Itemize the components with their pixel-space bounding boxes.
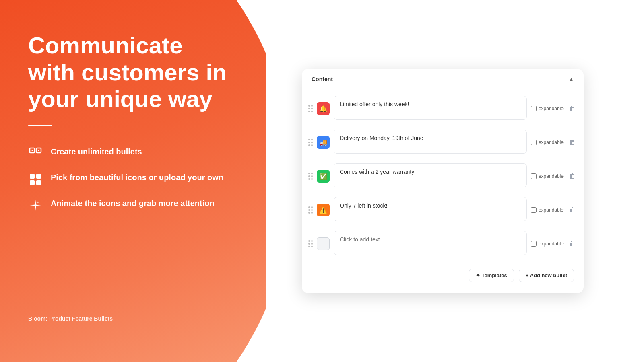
table-row: ✅ expandable 🗑 bbox=[308, 159, 577, 193]
delete-button-1[interactable]: 🗑 bbox=[568, 103, 577, 114]
feature-label-bullets: Create unlimited bullets bbox=[51, 146, 142, 157]
feature-item-icons: Pick from beautiful icons or upload your… bbox=[28, 172, 229, 187]
footer-label: Bloom: Product Feature Bullets bbox=[28, 315, 229, 330]
svg-point-1 bbox=[32, 150, 33, 151]
delete-button-2[interactable]: 🗑 bbox=[568, 137, 577, 148]
table-row: 🔔 expandable 🗑 bbox=[308, 92, 577, 125]
table-row: expandable 🗑 bbox=[308, 227, 577, 261]
expandable-check-3[interactable] bbox=[531, 173, 537, 179]
drag-handle[interactable] bbox=[308, 240, 313, 247]
bullet-controls-4: expandable 🗑 bbox=[531, 205, 577, 215]
card-footer: ✦ Templates + Add new bullet bbox=[302, 264, 584, 285]
row-icon-empty[interactable] bbox=[317, 237, 330, 250]
check-icon: ✅ bbox=[319, 173, 327, 180]
bullet-text-area-1 bbox=[334, 96, 527, 121]
card-title: Content bbox=[312, 76, 333, 82]
expandable-label-3: expandable bbox=[539, 173, 564, 179]
card-collapse-button[interactable]: ▲ bbox=[568, 76, 574, 82]
feature-item-animate: Animate the icons and grab more attentio… bbox=[28, 198, 229, 212]
expandable-checkbox-4[interactable]: expandable bbox=[531, 207, 564, 213]
table-row: ⚠️ expandable 🗑 bbox=[308, 193, 577, 227]
bell-icon: 🔔 bbox=[319, 105, 327, 113]
truck-icon: 🚚 bbox=[319, 139, 327, 146]
bullet-rows: 🔔 expandable 🗑 bbox=[302, 88, 584, 264]
bullet-text-area-5 bbox=[334, 231, 527, 257]
expandable-check-1[interactable] bbox=[531, 106, 537, 111]
templates-button[interactable]: ✦ Templates bbox=[469, 269, 514, 282]
expandable-checkbox-1[interactable]: expandable bbox=[531, 106, 564, 111]
row-icon-green[interactable]: ✅ bbox=[317, 170, 330, 183]
drag-handle[interactable] bbox=[308, 173, 313, 180]
bullet-text-area-4 bbox=[334, 197, 527, 223]
add-bullet-button[interactable]: + Add new bullet bbox=[519, 269, 574, 282]
expandable-checkbox-5[interactable]: expandable bbox=[531, 241, 564, 247]
expandable-label-5: expandable bbox=[539, 241, 564, 247]
delete-button-4[interactable]: 🗑 bbox=[568, 205, 577, 215]
bullet-controls-5: expandable 🗑 bbox=[531, 239, 577, 249]
feature-list: Create unlimited bullets Pick from beaut… bbox=[28, 146, 229, 212]
grid-icon bbox=[28, 172, 43, 187]
card-header: Content ▲ bbox=[302, 69, 584, 88]
bullet-input-4[interactable] bbox=[334, 197, 527, 221]
expandable-checkbox-3[interactable]: expandable bbox=[531, 173, 564, 179]
expandable-label-2: expandable bbox=[539, 140, 564, 145]
svg-rect-4 bbox=[30, 174, 35, 179]
expandable-label-4: expandable bbox=[539, 207, 564, 213]
table-row: 🚚 expandable 🗑 bbox=[308, 125, 577, 159]
bullet-input-1[interactable] bbox=[334, 96, 527, 120]
feature-label-animate: Animate the icons and grab more attentio… bbox=[51, 198, 215, 208]
row-icon-red[interactable]: 🔔 bbox=[317, 102, 330, 115]
divider bbox=[28, 125, 52, 126]
right-panel: Content ▲ 🔔 bbox=[258, 0, 644, 362]
bullet-input-3[interactable] bbox=[334, 163, 527, 187]
left-panel: Communicate with customers in your uniqu… bbox=[0, 0, 258, 362]
bullets-icon bbox=[28, 146, 43, 161]
expandable-check-5[interactable] bbox=[531, 241, 537, 247]
expandable-checkbox-2[interactable]: expandable bbox=[531, 140, 564, 145]
bullet-controls-3: expandable 🗑 bbox=[531, 171, 577, 181]
drag-handle[interactable] bbox=[308, 105, 313, 112]
bullet-text-area-3 bbox=[334, 163, 527, 189]
svg-point-3 bbox=[38, 150, 39, 151]
svg-rect-5 bbox=[36, 174, 41, 179]
row-icon-orange[interactable]: ⚠️ bbox=[317, 204, 330, 216]
svg-rect-7 bbox=[36, 180, 41, 185]
feature-label-icons: Pick from beautiful icons or upload your… bbox=[51, 172, 223, 183]
bullet-text-area-2 bbox=[334, 130, 527, 155]
sparkle-icon bbox=[28, 198, 43, 212]
expandable-check-2[interactable] bbox=[531, 140, 537, 145]
drag-handle[interactable] bbox=[308, 139, 313, 146]
svg-rect-6 bbox=[30, 180, 35, 185]
expandable-label-1: expandable bbox=[539, 106, 564, 111]
bullet-controls-2: expandable 🗑 bbox=[531, 137, 577, 148]
content-card: Content ▲ 🔔 bbox=[302, 69, 584, 293]
bullet-controls-1: expandable 🗑 bbox=[531, 103, 577, 114]
row-icon-blue[interactable]: 🚚 bbox=[317, 136, 330, 149]
delete-button-5[interactable]: 🗑 bbox=[568, 239, 577, 249]
drag-handle[interactable] bbox=[308, 206, 313, 214]
bullet-input-2[interactable] bbox=[334, 130, 527, 154]
headline: Communicate with customers in your uniqu… bbox=[28, 32, 229, 113]
feature-item-bullets: Create unlimited bullets bbox=[28, 146, 229, 161]
expandable-check-4[interactable] bbox=[531, 207, 537, 213]
warning-icon: ⚠️ bbox=[319, 206, 327, 214]
delete-button-3[interactable]: 🗑 bbox=[568, 171, 577, 181]
bullet-input-5[interactable] bbox=[334, 231, 527, 255]
